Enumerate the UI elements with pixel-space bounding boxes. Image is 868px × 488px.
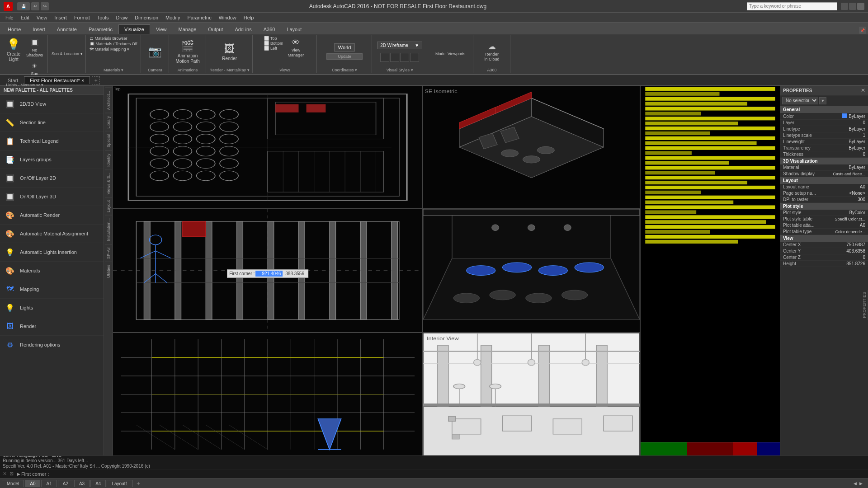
side-tab-views[interactable]: Views & S... bbox=[105, 169, 112, 197]
menu-edit[interactable]: Edit bbox=[17, 14, 33, 21]
side-tab-special[interactable]: Special bbox=[105, 131, 112, 150]
palette-item-renderopts[interactable]: ⚙ Rendering options bbox=[0, 336, 104, 354]
palette-item-autolights[interactable]: 💡 Automatic Lights insertion bbox=[0, 243, 104, 262]
prop-linetype-scale-value[interactable]: 1 bbox=[863, 133, 865, 138]
palette-item-layer3d[interactable]: 🔲 On/Off Layer 3D bbox=[0, 188, 104, 206]
side-tab-installation[interactable]: Installation... bbox=[105, 215, 112, 244]
side-tab-identify[interactable]: Identify bbox=[105, 150, 112, 169]
prop-center-z-value[interactable]: 0 bbox=[863, 255, 865, 260]
prop-dpi-value[interactable]: 300 bbox=[858, 197, 865, 202]
palette-item-layergroups[interactable]: 📑 Layers groups bbox=[0, 150, 104, 169]
tab-a0[interactable]: A0 bbox=[25, 480, 40, 487]
plot-style-section-header[interactable]: Plot style bbox=[780, 203, 868, 210]
side-tab-utilities[interactable]: Utilities bbox=[105, 262, 112, 281]
menu-tools[interactable]: Tools bbox=[94, 14, 113, 21]
tab-add-ins[interactable]: Add-ins bbox=[229, 24, 257, 34]
tab-a3[interactable]: A3 bbox=[74, 480, 90, 487]
tab-start[interactable]: Start bbox=[2, 76, 24, 84]
selection-filter-btn[interactable]: ▼ bbox=[819, 97, 826, 104]
view-bottom-btn[interactable]: ⬜Bottom bbox=[264, 41, 283, 46]
tab-drawing[interactable]: First Floor Restaurant* × bbox=[24, 76, 90, 84]
tab-annotate[interactable]: Annotate bbox=[51, 24, 83, 34]
prop-height-value[interactable]: 851.8726 bbox=[846, 261, 865, 266]
close-btn[interactable] bbox=[857, 3, 864, 10]
palette-item-legend[interactable]: 📋 Technical Legend bbox=[0, 132, 104, 150]
materials-textures-btn[interactable]: 🔲 Materials / Textures Off bbox=[90, 42, 137, 46]
viewport-top-left[interactable]: Top bbox=[113, 86, 422, 208]
viewport-mid-right[interactable] bbox=[423, 209, 640, 332]
material-mapping-btn[interactable]: 🗺 Material Mapping ▾ bbox=[90, 47, 129, 52]
prop-plot-attach-value[interactable]: A0 bbox=[860, 223, 865, 228]
viewport-bot-right[interactable]: Interior View bbox=[423, 333, 640, 455]
visual-style-btn-2[interactable] bbox=[390, 53, 399, 62]
camera-btn[interactable]: 📷 bbox=[146, 43, 164, 60]
palette-item-mapping[interactable]: 🗺 Mapping bbox=[0, 280, 104, 299]
new-tab-btn[interactable]: + bbox=[92, 76, 100, 84]
redo-btn[interactable]: ↪ bbox=[41, 2, 49, 10]
maximize-btn[interactable] bbox=[849, 3, 856, 10]
tab-layout[interactable]: Layout bbox=[281, 24, 307, 34]
prop-lineweight-value[interactable]: ByLayer bbox=[849, 139, 865, 144]
prop-transparency-value[interactable]: ByLayer bbox=[849, 145, 865, 150]
minimize-btn[interactable] bbox=[841, 3, 848, 10]
ribbon-pin-icon[interactable]: 📌 bbox=[859, 27, 866, 34]
cmd-input[interactable] bbox=[52, 471, 865, 477]
prop-center-y-value[interactable]: 403.6358 bbox=[846, 249, 865, 253]
palette-item-layer2d[interactable]: 🔲 On/Off Layer 2D bbox=[0, 169, 104, 188]
prop-plot-style-value[interactable]: ByColor bbox=[849, 210, 865, 215]
tab-model[interactable]: Model bbox=[2, 480, 24, 487]
palette-item-sectionline[interactable]: 📏 Section line bbox=[0, 113, 104, 132]
prop-plot-type-value[interactable]: Color depende... bbox=[835, 230, 865, 234]
general-section-header[interactable]: General bbox=[780, 106, 868, 113]
tab-parametric[interactable]: Parametric bbox=[83, 24, 118, 34]
prop-page-setup-value[interactable]: <None> bbox=[849, 191, 865, 196]
cmd-close-btn[interactable]: ✕ bbox=[3, 471, 7, 477]
render-btn[interactable]: 🖼 Render bbox=[220, 41, 239, 62]
tab-a4[interactable]: A4 bbox=[90, 480, 106, 487]
update-btn[interactable]: Update bbox=[326, 53, 363, 60]
animation-motion-btn[interactable]: 🎬 AnimationMotion Path bbox=[174, 38, 201, 65]
view-section-header[interactable]: View bbox=[780, 235, 868, 242]
prop-center-x-value[interactable]: 750.6487 bbox=[846, 242, 865, 247]
model-viewports-btn[interactable]: Model Viewports bbox=[435, 52, 465, 56]
side-tab-library[interactable]: Library bbox=[105, 113, 112, 131]
menu-file[interactable]: File bbox=[2, 14, 17, 21]
tab-a360[interactable]: A360 bbox=[258, 24, 281, 34]
prop-layout-name-value[interactable]: A0 bbox=[860, 184, 865, 189]
prop-layer-value[interactable]: 0 bbox=[863, 120, 865, 125]
no-selection-dropdown[interactable]: No selection bbox=[782, 97, 818, 104]
no-shadows-btn[interactable]: 🔲 NoShadows bbox=[24, 36, 45, 59]
tab-visualize[interactable]: Visualize bbox=[118, 24, 150, 34]
world-dropdown[interactable]: World bbox=[334, 43, 355, 52]
quick-access-btn[interactable]: 💾 bbox=[17, 2, 30, 10]
palette-item-render[interactable]: 🖼 Render bbox=[0, 317, 104, 336]
tab-a1[interactable]: A1 bbox=[41, 480, 57, 487]
palette-item-lights[interactable]: 💡 Lights bbox=[0, 299, 104, 317]
viewport-bot-left[interactable] bbox=[113, 333, 422, 455]
side-tab-sp-air[interactable]: SP-Air bbox=[105, 244, 112, 262]
visual-style-btn-1[interactable] bbox=[380, 53, 389, 62]
render-cloud-btn[interactable]: ☁ Renderin Cloud bbox=[483, 40, 501, 63]
prop-plot-table-value[interactable]: Specifi Color.ct... bbox=[835, 217, 865, 221]
menu-window[interactable]: Window bbox=[215, 14, 240, 21]
menu-parametric[interactable]: Parametric bbox=[184, 14, 215, 21]
view-manager-btn[interactable]: 👁 ViewManager bbox=[286, 36, 306, 59]
view-left-btn[interactable]: ⬜Left bbox=[264, 46, 283, 51]
prop-linetype-value[interactable]: ByLayer bbox=[849, 127, 865, 131]
viewport-top-middle[interactable]: SE Isometric bbox=[423, 86, 640, 208]
visual-style-btn-3[interactable] bbox=[400, 53, 409, 62]
visual-style-btn-4[interactable] bbox=[410, 53, 419, 62]
add-layout-btn[interactable]: + bbox=[135, 480, 142, 487]
tab-output[interactable]: Output bbox=[202, 24, 229, 34]
prop-thickness-value[interactable]: 0 bbox=[863, 152, 865, 157]
viewport-mid-left[interactable]: First corner : 921.4046 388.3556 bbox=[113, 209, 422, 332]
create-light-btn[interactable]: 💡 CreateLight bbox=[5, 36, 23, 63]
palette-item-2d3dview[interactable]: 🔲 2D/3D View bbox=[0, 95, 104, 113]
tab-home[interactable]: Home bbox=[2, 24, 27, 34]
tab-view[interactable]: View bbox=[150, 24, 173, 34]
prop-material-value[interactable]: ByLayer bbox=[849, 165, 865, 170]
menu-help[interactable]: Help bbox=[240, 14, 258, 21]
side-tab-architect[interactable]: Architect... bbox=[105, 88, 112, 113]
tab-insert[interactable]: Insert bbox=[27, 24, 51, 34]
side-tab-layout[interactable]: Layout bbox=[105, 197, 112, 215]
